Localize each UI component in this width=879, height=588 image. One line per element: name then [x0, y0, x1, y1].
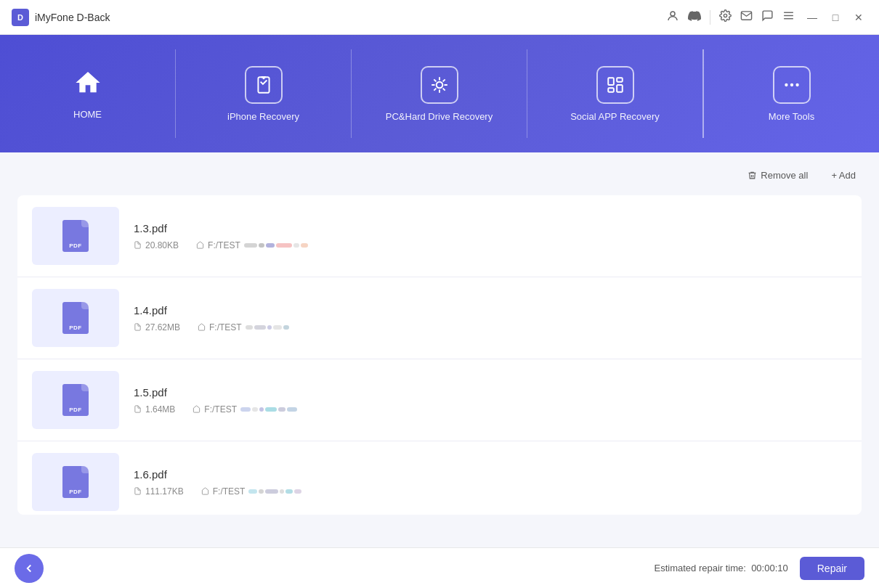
svg-point-7 — [436, 81, 442, 88]
file-meta: 111.17KB F:/TEST — [134, 486, 847, 497]
blur-path — [244, 243, 308, 248]
file-thumbnail: PDF — [32, 371, 119, 429]
file-meta: 1.64MB F:/TEST — [134, 404, 847, 415]
file-size: 27.62MB — [134, 322, 180, 332]
repair-info: Estimated repair time: 00:00:10 Repair — [654, 557, 864, 580]
back-button[interactable] — [15, 554, 44, 583]
remove-all-button[interactable]: Remove all — [742, 167, 814, 184]
file-path: F:/TEST — [201, 486, 302, 497]
mail-icon[interactable] — [740, 9, 753, 25]
nav-item-more-tools[interactable]: More Tools — [704, 35, 879, 152]
svg-point-1 — [724, 14, 726, 17]
file-shape: PDF — [62, 302, 89, 334]
file-list: PDF 1.3.pdf 20.80KB F:/TEST — [17, 195, 862, 515]
size-value: 1.64MB — [145, 404, 175, 415]
nav-label-pc: PC&Hard Drive Recovery — [386, 111, 493, 122]
file-size: 1.64MB — [134, 404, 175, 415]
path-value: F:/TEST — [208, 240, 240, 250]
svg-rect-11 — [608, 88, 614, 91]
close-button[interactable]: ✕ — [850, 9, 867, 26]
separator — [710, 10, 710, 25]
main-content: Remove all + Add PDF 1.3.pdf — [0, 152, 879, 547]
more-tools-icon-box — [773, 66, 811, 104]
pdf-icon: PDF — [62, 220, 89, 252]
nav-label-more-tools: More Tools — [769, 111, 814, 122]
file-thumbnail: PDF — [32, 453, 119, 511]
file-info: 1.4.pdf 27.62MB F:/TEST — [134, 304, 847, 332]
file-info: 1.3.pdf 20.80KB F:/TEST — [134, 222, 847, 250]
size-value: 20.80KB — [145, 240, 179, 250]
table-row[interactable]: PDF 1.5.pdf 1.64MB F:/TEST — [17, 359, 862, 441]
maximize-button[interactable]: □ — [827, 9, 844, 26]
pdf-icon: PDF — [62, 466, 89, 498]
social-recovery-icon-box — [596, 66, 634, 104]
estimated-label: Estimated repair time: — [654, 563, 745, 573]
title-bar-left: D iMyFone D-Back — [12, 9, 110, 26]
path-value: F:/TEST — [213, 486, 246, 497]
file-path: F:/TEST — [198, 322, 289, 332]
app-logo: D — [12, 9, 29, 26]
add-button[interactable]: + Add — [825, 167, 862, 184]
svg-rect-5 — [258, 77, 269, 93]
nav-item-iphone-recovery[interactable]: iPhone Recovery — [176, 35, 351, 152]
menu-icon[interactable] — [782, 9, 795, 25]
svg-point-14 — [795, 83, 798, 86]
window-controls: — □ ✕ — [803, 9, 867, 26]
nav-label-iphone: iPhone Recovery — [227, 111, 299, 122]
settings-icon[interactable] — [719, 9, 732, 25]
nav-item-social-recovery[interactable]: Social APP Recovery — [527, 35, 702, 152]
size-value: 27.62MB — [145, 322, 180, 332]
pc-recovery-icon-box — [421, 66, 458, 104]
path-value: F:/TEST — [204, 404, 237, 415]
svg-point-12 — [785, 83, 787, 86]
file-thumbnail: PDF — [32, 207, 119, 265]
blur-path — [248, 489, 301, 494]
file-meta: 20.80KB F:/TEST — [134, 240, 847, 250]
svg-point-13 — [790, 83, 793, 86]
table-row[interactable]: PDF 1.4.pdf 27.62MB F:/TEST — [17, 277, 862, 359]
size-value: 111.17KB — [145, 486, 184, 497]
avatar-icon[interactable] — [666, 9, 679, 25]
file-size: 20.80KB — [134, 240, 179, 250]
repair-button[interactable]: Repair — [800, 557, 864, 580]
add-label: + Add — [831, 170, 856, 181]
table-row[interactable]: PDF 1.6.pdf 111.17KB F:/TEST — [17, 441, 862, 515]
file-thumbnail: PDF — [32, 289, 119, 347]
blur-path — [240, 407, 297, 412]
nav-bar: HOME iPhone Recovery PC&Hard Drive Recov… — [0, 35, 879, 152]
file-list-scroll[interactable]: PDF 1.3.pdf 20.80KB F:/TEST — [17, 195, 862, 515]
pdf-icon: PDF — [62, 302, 89, 334]
chat-icon[interactable] — [761, 9, 774, 25]
estimated-time: Estimated repair time: 00:00:10 — [654, 563, 787, 573]
toolbar: Remove all + Add — [17, 167, 862, 184]
file-meta: 27.62MB F:/TEST — [134, 322, 847, 332]
nav-label-home: HOME — [73, 109, 102, 120]
svg-rect-10 — [617, 85, 623, 92]
iphone-recovery-icon-box — [245, 66, 283, 104]
nav-item-home[interactable]: HOME — [0, 35, 175, 152]
nav-label-social: Social APP Recovery — [570, 111, 660, 122]
minimize-button[interactable]: — — [803, 9, 821, 26]
file-name: 1.6.pdf — [134, 468, 847, 481]
file-name: 1.5.pdf — [134, 386, 847, 399]
time-value: 00:00:10 — [751, 563, 788, 573]
nav-item-pc-recovery[interactable]: PC&Hard Drive Recovery — [352, 35, 527, 152]
file-shape: PDF — [62, 384, 89, 416]
pdf-icon: PDF — [62, 384, 89, 416]
path-value: F:/TEST — [209, 322, 242, 332]
svg-rect-9 — [617, 78, 623, 81]
bottom-bar: Estimated repair time: 00:00:10 Repair — [0, 547, 879, 588]
file-info: 1.6.pdf 111.17KB F:/TEST — [134, 468, 847, 497]
file-name: 1.4.pdf — [134, 304, 847, 317]
file-size: 111.17KB — [134, 486, 184, 497]
file-shape: PDF — [62, 466, 89, 498]
title-bar-right: — □ ✕ — [666, 9, 867, 26]
home-icon — [73, 68, 102, 102]
remove-all-label: Remove all — [761, 170, 808, 181]
svg-rect-8 — [608, 78, 614, 85]
discord-icon[interactable] — [688, 9, 701, 25]
file-path: F:/TEST — [196, 240, 308, 250]
svg-point-0 — [671, 12, 675, 16]
blur-path — [246, 325, 289, 330]
table-row[interactable]: PDF 1.3.pdf 20.80KB F:/TEST — [17, 195, 862, 277]
